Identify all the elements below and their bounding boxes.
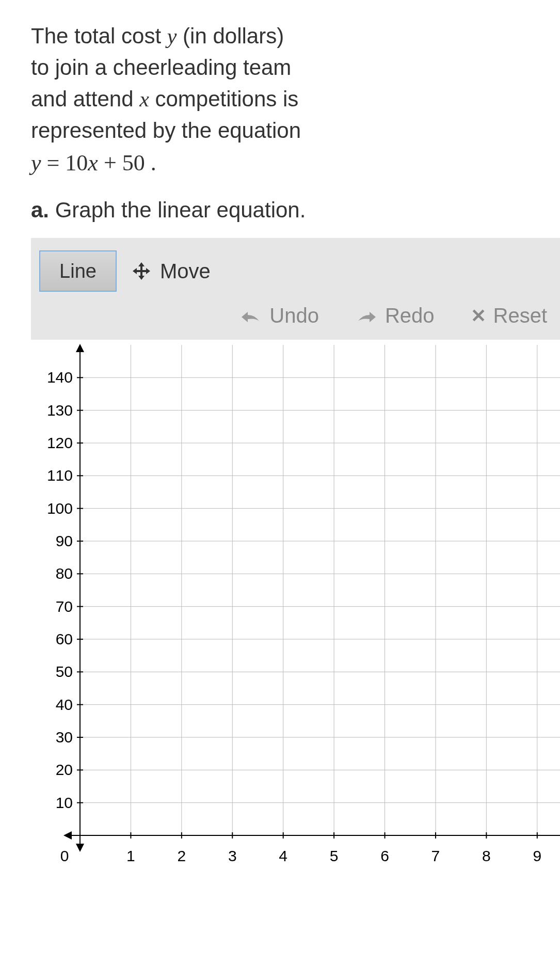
svg-text:5: 5 bbox=[330, 847, 339, 864]
undo-button[interactable]: Undo bbox=[239, 304, 319, 327]
toolbar-row-actions: Undo Redo ✕ Reset bbox=[39, 304, 552, 327]
close-icon: ✕ bbox=[471, 305, 486, 327]
redo-label: Redo bbox=[385, 304, 435, 327]
move-tool-label: Move bbox=[160, 260, 211, 283]
svg-text:30: 30 bbox=[56, 729, 73, 746]
svg-text:80: 80 bbox=[56, 565, 73, 582]
undo-label: Undo bbox=[269, 304, 319, 327]
svg-text:120: 120 bbox=[47, 434, 73, 451]
svg-text:60: 60 bbox=[56, 630, 73, 647]
graph-toolbar: Line Move Undo Redo ✕ Reset bbox=[31, 238, 560, 340]
svg-text:50: 50 bbox=[56, 663, 73, 681]
graph-canvas[interactable]: 0123456789102030405060708090100110120130… bbox=[31, 340, 560, 866]
svg-text:0: 0 bbox=[60, 847, 69, 864]
text: (in dollars) bbox=[177, 24, 284, 48]
part-a-prompt: a. Graph the linear equation. bbox=[31, 198, 529, 223]
text: and attend bbox=[31, 87, 139, 111]
reset-label: Reset bbox=[493, 304, 548, 327]
variable-x: x bbox=[139, 87, 149, 111]
svg-text:70: 70 bbox=[56, 598, 73, 615]
toolbar-row-tools: Line Move bbox=[39, 250, 552, 292]
part-label: a. bbox=[31, 198, 49, 222]
equation: y = 10x + 50 . bbox=[31, 150, 156, 176]
svg-text:140: 140 bbox=[47, 369, 73, 386]
reset-button[interactable]: ✕ Reset bbox=[471, 304, 548, 327]
variable-y: y bbox=[167, 24, 177, 48]
redo-icon bbox=[355, 308, 378, 324]
svg-text:130: 130 bbox=[47, 402, 73, 419]
svg-text:2: 2 bbox=[177, 847, 186, 864]
move-tool-button[interactable]: Move bbox=[131, 260, 211, 283]
svg-text:10: 10 bbox=[56, 794, 73, 811]
svg-text:20: 20 bbox=[56, 762, 73, 779]
svg-marker-26 bbox=[76, 844, 84, 852]
text: competitions is bbox=[149, 87, 298, 111]
text: The total cost bbox=[31, 24, 167, 48]
svg-text:1: 1 bbox=[126, 847, 135, 864]
svg-marker-27 bbox=[63, 831, 72, 840]
svg-text:8: 8 bbox=[482, 847, 491, 864]
undo-icon bbox=[239, 308, 262, 324]
line-tool-button[interactable]: Line bbox=[39, 250, 117, 292]
problem-statement: The total cost y (in dollars) to join a … bbox=[31, 21, 529, 179]
svg-text:100: 100 bbox=[47, 500, 73, 517]
svg-text:4: 4 bbox=[279, 847, 287, 864]
text: to join a cheerleading team bbox=[31, 55, 291, 80]
svg-text:9: 9 bbox=[533, 847, 541, 864]
redo-button[interactable]: Redo bbox=[355, 304, 435, 327]
svg-marker-25 bbox=[76, 344, 84, 352]
svg-text:90: 90 bbox=[56, 532, 73, 549]
svg-text:3: 3 bbox=[228, 847, 237, 864]
svg-text:40: 40 bbox=[56, 696, 73, 713]
svg-text:6: 6 bbox=[380, 847, 389, 864]
svg-text:110: 110 bbox=[47, 467, 73, 484]
text: represented by the equation bbox=[31, 118, 301, 143]
svg-text:7: 7 bbox=[431, 847, 440, 864]
move-icon bbox=[131, 261, 152, 281]
part-text: Graph the linear equation. bbox=[49, 198, 306, 222]
line-tool-label: Line bbox=[59, 260, 97, 282]
